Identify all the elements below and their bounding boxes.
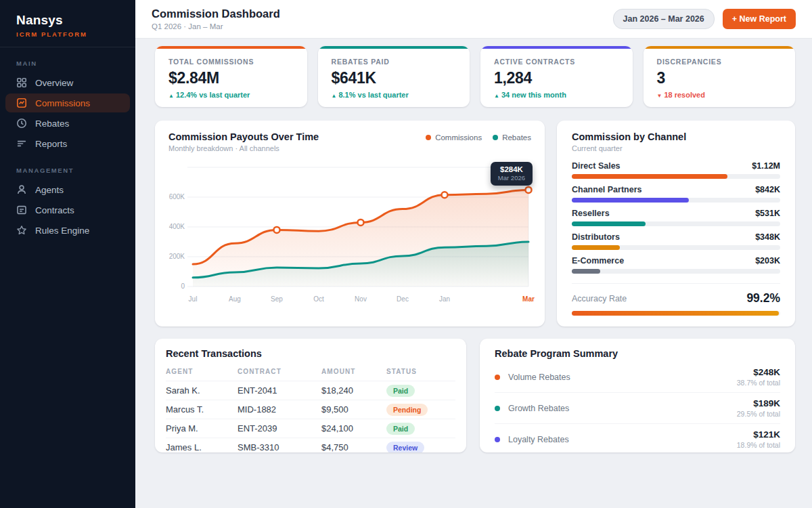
main-area: Commission Dashboard Q1 2026 · Jan – Mar…: [135, 0, 812, 508]
svg-text:Jul: Jul: [189, 295, 198, 303]
chart-area: 0200K400K600KJulAugSepOctNovDecJanMar $2…: [168, 158, 531, 310]
rebate-values: $189K 29.5% of total: [737, 398, 780, 418]
legend-dot: [493, 135, 498, 140]
kpi-row: TOTAL COMMISSIONS $2.84M ▲12.4% vs last …: [155, 46, 795, 107]
transactions-header-row: AGENT CONTRACT AMOUNT STATUS: [166, 368, 455, 381]
channel-value: $531K: [755, 209, 780, 218]
clock-icon: [16, 118, 27, 129]
channel-bar-fill: [572, 221, 646, 226]
rebate-list: Volume Rebates $248K 38.7% of total Grow…: [495, 362, 780, 452]
column-header-contract: CONTRACT: [238, 368, 321, 375]
channel-name: Channel Partners: [572, 185, 642, 194]
svg-text:Mar: Mar: [522, 295, 535, 303]
contract-cell: ENT-2039: [238, 423, 321, 433]
sidebar-item-agents[interactable]: Agents: [5, 180, 130, 199]
amount-cell: $4,750: [321, 442, 386, 452]
channel-row-direct-sales: Direct Sales$1.12M: [572, 161, 780, 179]
kpi-label: REBATES PAID: [332, 58, 457, 66]
tooltip-value: $284K: [498, 165, 525, 173]
svg-text:Nov: Nov: [355, 295, 367, 303]
legend-item-commissions[interactable]: Commissions: [426, 133, 482, 142]
chart-title-block: Commission Payouts Over Time Monthly bre…: [168, 131, 319, 152]
dashboard-content: TOTAL COMMISSIONS $2.84M ▲12.4% vs last …: [135, 39, 812, 452]
kpi-value: 3: [657, 69, 782, 87]
payouts-chart-card: Commission Payouts Over Time Monthly bre…: [155, 121, 545, 326]
accuracy-bar-fill: [572, 311, 779, 316]
sidebar-item-label: Rules Engine: [35, 226, 89, 236]
kpi-delta: ▲34 new this month: [494, 91, 619, 99]
sidebar-item-contracts[interactable]: Contracts: [5, 200, 130, 219]
agent-cell: James L.: [166, 442, 238, 452]
svg-text:Aug: Aug: [229, 295, 241, 303]
svg-text:Dec: Dec: [397, 295, 409, 303]
kpi-card-discrepancies: DISCREPANCIES 3 ▼18 resolved: [644, 46, 796, 107]
chart-header: Commission Payouts Over Time Monthly bre…: [168, 131, 531, 152]
kpi-label: TOTAL COMMISSIONS: [168, 58, 294, 66]
column-header-amount: AMOUNT: [321, 368, 386, 375]
sidebar-item-overview[interactable]: Overview: [5, 73, 130, 92]
sidebar-item-rules-engine[interactable]: Rules Engine: [5, 221, 130, 240]
page-subtitle: Q1 2026 · Jan – Mar: [152, 22, 280, 30]
rebate-dot: [495, 406, 500, 411]
page-title-block: Commission Dashboard Q1 2026 · Jan – Mar: [152, 7, 280, 30]
rebate-values: $121K 18.9% of total: [737, 429, 780, 449]
channel-name: Distributors: [572, 232, 620, 242]
legend-dot: [426, 135, 431, 140]
channel-panel: Commission by Channel Current quarter Di…: [557, 121, 795, 326]
bottom-row: Recent Transactions AGENT CONTRACT AMOUN…: [155, 339, 795, 452]
amount-cell: $9,500: [321, 404, 386, 415]
chart-icon: [16, 98, 27, 108]
document-icon: [16, 205, 27, 215]
delta-arrow: ▲: [168, 93, 174, 99]
table-row: Priya M. ENT-2039 $24,100 Paid: [166, 419, 455, 438]
transactions-card: Recent Transactions AGENT CONTRACT AMOUN…: [155, 339, 466, 452]
rebate-value: $121K: [737, 429, 780, 440]
rebate-name: Growth Rebates: [508, 404, 569, 413]
contract-cell: MID-1882: [238, 404, 321, 415]
sidebar-item-commissions[interactable]: Commissions: [5, 93, 130, 112]
channel-row-channel-partners: Channel Partners$842K: [572, 185, 780, 203]
brand-subtitle: ICRM PLATFORM: [16, 30, 119, 38]
channel-bar-track: [572, 269, 780, 274]
channel-name: E-Commerce: [572, 256, 624, 266]
rebate-value: $189K: [737, 398, 780, 408]
delta-arrow: ▲: [494, 93, 499, 99]
kpi-delta: ▲12.4% vs last quarter: [168, 91, 294, 99]
brand-name: Nansys: [16, 13, 119, 28]
channel-value: $348K: [755, 232, 780, 242]
star-icon: [16, 225, 27, 236]
sidebar-item-rebates[interactable]: Rebates: [5, 114, 130, 133]
svg-text:0: 0: [181, 282, 185, 290]
sidebar-item-reports[interactable]: Reports: [5, 134, 130, 153]
kpi-card-rebates-paid: REBATES PAID $641K ▲8.1% vs last quarter: [318, 46, 470, 107]
delta-arrow: ▲: [332, 93, 337, 99]
grid-icon: [16, 77, 27, 88]
kpi-accent-bar: [644, 46, 796, 49]
channel-row-ecommerce: E-Commerce$203K: [572, 256, 780, 274]
amount-cell: $24,100: [321, 423, 386, 433]
brand-block: Nansys ICRM PLATFORM: [0, 0, 135, 47]
table-row: James L. SMB-3310 $4,750 Review: [166, 438, 455, 452]
date-range-button[interactable]: Jan 2026 – Mar 2026: [613, 9, 715, 29]
channel-value: $203K: [755, 256, 780, 266]
kpi-value: 1,284: [494, 69, 619, 87]
sidebar-item-label: Rebates: [35, 119, 69, 129]
channel-subtitle: Current quarter: [572, 144, 780, 152]
channel-bar-fill: [572, 269, 600, 274]
new-report-button[interactable]: + New Report: [723, 9, 796, 29]
payouts-line-chart: 0200K400K600KJulAugSepOctNovDecJanMar: [168, 158, 531, 310]
contract-cell: ENT-2041: [238, 385, 321, 396]
legend-item-rebates[interactable]: Rebates: [493, 133, 531, 142]
kpi-accent-bar: [480, 46, 633, 49]
rebate-share: 18.9% of total: [737, 441, 780, 449]
channel-header: Commission by Channel Current quarter: [572, 131, 780, 152]
rebate-summary-card: Rebate Program Summary Volume Rebates $2…: [480, 339, 795, 452]
sidebar: Nansys ICRM PLATFORM MAIN Overview Commi…: [0, 0, 135, 508]
transactions-title: Recent Transactions: [166, 348, 455, 359]
rebate-values: $248K 38.7% of total: [737, 367, 780, 387]
tooltip-label: Mar 2026: [498, 174, 525, 182]
amount-cell: $18,240: [321, 385, 386, 396]
channel-bar-fill: [572, 174, 727, 179]
sidebar-item-label: Contracts: [35, 205, 74, 215]
svg-text:200K: 200K: [169, 253, 185, 260]
